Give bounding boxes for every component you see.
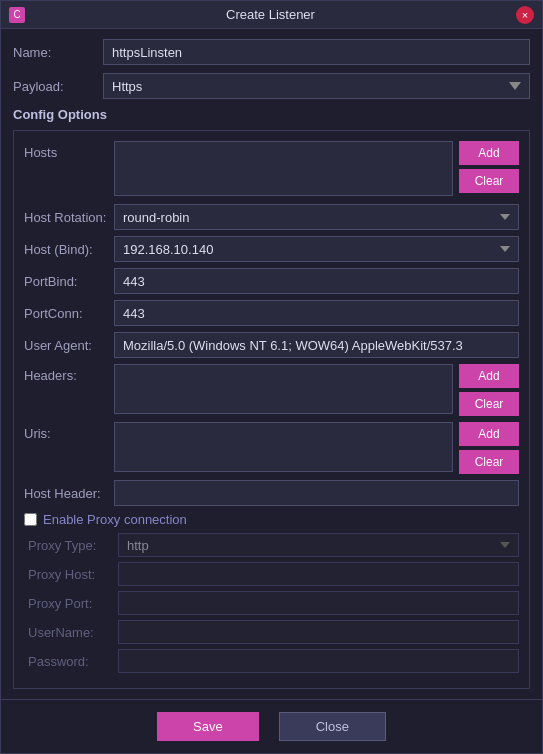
proxy-port-row: Proxy Port: <box>28 591 519 615</box>
payload-select[interactable]: Https Http Dns <box>103 73 530 99</box>
portconn-input[interactable] <box>114 300 519 326</box>
name-row: Name: <box>13 39 530 65</box>
password-label: Password: <box>28 654 118 669</box>
username-input[interactable] <box>118 620 519 644</box>
hosts-row: Hosts Add Clear <box>24 141 519 196</box>
footer: Save Close <box>1 699 542 753</box>
username-label: UserName: <box>28 625 118 640</box>
form-content: Name: Payload: Https Http Dns Config Opt… <box>1 29 542 699</box>
portbind-input[interactable] <box>114 268 519 294</box>
name-label: Name: <box>13 45 103 60</box>
uris-label: Uris: <box>24 422 114 441</box>
host-header-input[interactable] <box>114 480 519 506</box>
proxy-fields: Proxy Type: http https socks4 socks5 Pro… <box>24 533 519 673</box>
hosts-textarea[interactable] <box>114 141 453 196</box>
hosts-add-button[interactable]: Add <box>459 141 519 165</box>
title-bar: C Create Listener × <box>1 1 542 29</box>
uris-row: Uris: Add Clear <box>24 422 519 474</box>
host-rotation-row: Host Rotation: round-robin failover none <box>24 204 519 230</box>
close-button[interactable]: Close <box>279 712 386 741</box>
headers-row: Headers: Add Clear <box>24 364 519 416</box>
username-row: UserName: <box>28 620 519 644</box>
host-rotation-select[interactable]: round-robin failover none <box>114 204 519 230</box>
proxy-type-row: Proxy Type: http https socks4 socks5 <box>28 533 519 557</box>
create-listener-window: C Create Listener × Name: Payload: Https… <box>0 0 543 754</box>
host-header-row: Host Header: <box>24 480 519 506</box>
host-bind-select[interactable]: 192.168.10.140 0.0.0.0 <box>114 236 519 262</box>
proxy-port-input[interactable] <box>118 591 519 615</box>
host-bind-label: Host (Bind): <box>24 242 114 257</box>
app-icon: C <box>9 7 25 23</box>
host-header-label: Host Header: <box>24 486 114 501</box>
payload-row: Payload: Https Http Dns <box>13 73 530 99</box>
proxy-host-row: Proxy Host: <box>28 562 519 586</box>
name-input[interactable] <box>103 39 530 65</box>
window-close-button[interactable]: × <box>516 6 534 24</box>
window-title: Create Listener <box>226 7 315 22</box>
useragent-label: User Agent: <box>24 338 114 353</box>
hosts-buttons: Add Clear <box>459 141 519 193</box>
headers-add-button[interactable]: Add <box>459 364 519 388</box>
uris-clear-button[interactable]: Clear <box>459 450 519 474</box>
uris-textarea[interactable] <box>114 422 453 472</box>
host-rotation-label: Host Rotation: <box>24 210 114 225</box>
config-section-title: Config Options <box>13 107 530 122</box>
uris-add-button[interactable]: Add <box>459 422 519 446</box>
portbind-row: PortBind: <box>24 268 519 294</box>
portconn-row: PortConn: <box>24 300 519 326</box>
portbind-label: PortBind: <box>24 274 114 289</box>
portconn-label: PortConn: <box>24 306 114 321</box>
proxy-host-label: Proxy Host: <box>28 567 118 582</box>
password-row: Password: <box>28 649 519 673</box>
enable-proxy-checkbox[interactable] <box>24 513 37 526</box>
enable-proxy-row: Enable Proxy connection <box>24 512 519 527</box>
proxy-port-label: Proxy Port: <box>28 596 118 611</box>
headers-buttons: Add Clear <box>459 364 519 416</box>
config-section: Hosts Add Clear Host Rotation: round-rob… <box>13 130 530 689</box>
headers-label: Headers: <box>24 364 114 383</box>
hosts-label: Hosts <box>24 141 114 160</box>
useragent-input[interactable] <box>114 332 519 358</box>
proxy-type-label: Proxy Type: <box>28 538 118 553</box>
save-button[interactable]: Save <box>157 712 259 741</box>
headers-clear-button[interactable]: Clear <box>459 392 519 416</box>
enable-proxy-label: Enable Proxy connection <box>43 512 187 527</box>
password-input[interactable] <box>118 649 519 673</box>
proxy-host-input[interactable] <box>118 562 519 586</box>
payload-label: Payload: <box>13 79 103 94</box>
proxy-section: Enable Proxy connection Proxy Type: http… <box>24 512 519 673</box>
hosts-clear-button[interactable]: Clear <box>459 169 519 193</box>
proxy-type-select[interactable]: http https socks4 socks5 <box>118 533 519 557</box>
headers-textarea[interactable] <box>114 364 453 414</box>
uris-buttons: Add Clear <box>459 422 519 474</box>
useragent-row: User Agent: <box>24 332 519 358</box>
host-bind-row: Host (Bind): 192.168.10.140 0.0.0.0 <box>24 236 519 262</box>
